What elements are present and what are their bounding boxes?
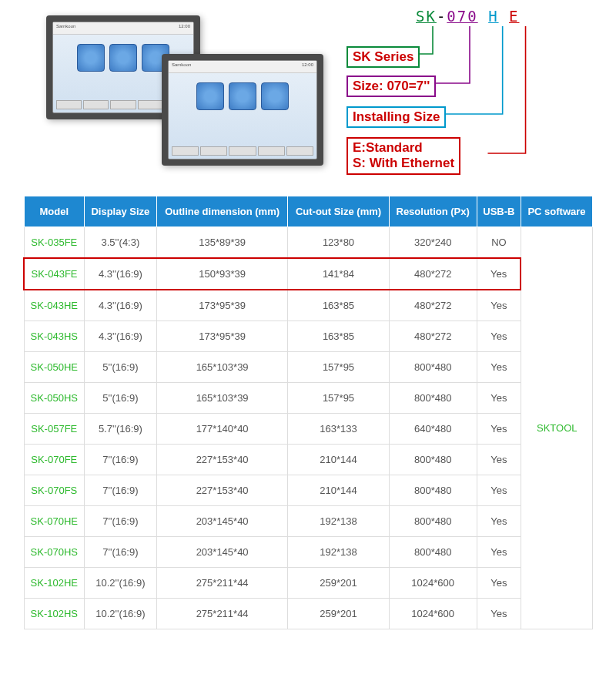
col-resolution: Resolution (Px) — [389, 196, 477, 227]
cell-model: SK-070FS — [24, 475, 85, 506]
table-row: SK-070FS7''(16:9)227*153*40210*144800*48… — [24, 475, 593, 506]
legend-variant: E:Standard S: With Ethernet — [346, 137, 460, 175]
cell-model: SK-043HE — [24, 290, 85, 321]
cell-usb: Yes — [477, 352, 521, 383]
table-row: SK-043HS4.3''(16:9)173*95*39163*85480*27… — [24, 321, 593, 352]
model-naming-diagram: SK-070 H E SK Series Size: 070=7'' Insta… — [346, 8, 593, 180]
legend-sk-series: SK Series — [346, 46, 420, 68]
cell-resolution: 640*480 — [389, 414, 477, 445]
col-display: Display Size — [85, 196, 157, 227]
legend-size: Size: 070=7'' — [346, 76, 436, 97]
cell-usb: Yes — [477, 506, 521, 537]
col-outline: Outline dimension (mm) — [156, 196, 288, 227]
cell-display: 7''(16:9) — [85, 475, 157, 506]
cell-usb: Yes — [477, 290, 521, 321]
cell-outline: 227*153*40 — [156, 445, 288, 475]
cell-display: 4.3''(16:9) — [85, 290, 157, 321]
cell-model: SK-050HE — [24, 352, 85, 383]
table-row: SK-043HE4.3''(16:9)173*95*39163*85480*27… — [24, 290, 593, 321]
cell-display: 7''(16:9) — [85, 506, 157, 537]
cell-model: SK-102HS — [24, 599, 85, 629]
table-row: SK-070HS7''(16:9)203*145*40192*138800*48… — [24, 537, 593, 568]
cell-outline: 135*89*39 — [156, 227, 288, 259]
hmi-device-image-2: Samkoon12:00 — [162, 54, 323, 166]
table-row: SK-050HE5''(16:9)165*103*39157*95800*480… — [24, 352, 593, 383]
cell-resolution: 800*480 — [389, 475, 477, 506]
cell-usb: Yes — [477, 414, 521, 445]
table-row: SK-057FE5.7''(16:9)177*140*40163*133640*… — [24, 414, 593, 445]
cell-outline: 173*95*39 — [156, 321, 288, 352]
cell-outline: 227*153*40 — [156, 475, 288, 506]
code-part-variant: E — [509, 8, 519, 25]
cell-resolution: 800*480 — [389, 537, 477, 568]
cell-display: 10.2''(16:9) — [85, 568, 157, 599]
table-row: SK-035FE3.5''(4:3)135*89*39123*80320*240… — [24, 227, 593, 259]
cell-resolution: 480*272 — [389, 290, 477, 321]
cell-usb: Yes — [477, 445, 521, 475]
cell-model: SK-070HE — [24, 506, 85, 537]
spec-table-container: Model Display Size Outline dimension (mm… — [0, 196, 616, 637]
cell-usb: Yes — [477, 475, 521, 506]
product-photo-area: Samkoon12:00 Samkoon12:00 — [23, 8, 331, 177]
table-row: SK-050HS5''(16:9)165*103*39157*95800*480… — [24, 383, 593, 414]
cell-cutout: 192*138 — [288, 506, 389, 537]
cell-model: SK-050HS — [24, 383, 85, 414]
table-header-row: Model Display Size Outline dimension (mm… — [24, 196, 593, 227]
cell-display: 3.5''(4:3) — [85, 227, 157, 259]
cell-cutout: 210*144 — [288, 445, 389, 475]
table-row: SK-102HE10.2''(16:9)275*211*44259*201102… — [24, 568, 593, 599]
cell-usb: NO — [477, 227, 521, 259]
cell-outline: 165*103*39 — [156, 383, 288, 414]
cell-usb: Yes — [477, 568, 521, 599]
cell-model: SK-057FE — [24, 414, 85, 445]
cell-display: 5''(16:9) — [85, 383, 157, 414]
cell-outline: 275*211*44 — [156, 599, 288, 629]
cell-resolution: 480*272 — [389, 258, 477, 290]
cell-usb: Yes — [477, 537, 521, 568]
cell-display: 7''(16:9) — [85, 537, 157, 568]
cell-display: 4.3''(16:9) — [85, 321, 157, 352]
cell-model: SK-035FE — [24, 227, 85, 259]
code-part-sk: SK — [416, 8, 437, 25]
cell-outline: 165*103*39 — [156, 352, 288, 383]
cell-cutout: 163*85 — [288, 290, 389, 321]
cell-cutout: 192*138 — [288, 537, 389, 568]
cell-display: 4.3''(16:9) — [85, 258, 157, 290]
cell-resolution: 320*240 — [389, 227, 477, 259]
cell-resolution: 800*480 — [389, 383, 477, 414]
cell-outline: 173*95*39 — [156, 290, 288, 321]
legend-install: Installing Size — [346, 106, 446, 128]
cell-model: SK-102HE — [24, 568, 85, 599]
cell-model: SK-043FE — [24, 258, 85, 290]
cell-resolution: 1024*600 — [389, 599, 477, 629]
cell-resolution: 800*480 — [389, 506, 477, 537]
cell-outline: 203*145*40 — [156, 506, 288, 537]
col-pcsw: PC software — [521, 196, 592, 227]
table-row: SK-102HS10.2''(16:9)275*211*44259*201102… — [24, 599, 593, 629]
cell-usb: Yes — [477, 258, 521, 290]
cell-cutout: 163*133 — [288, 414, 389, 445]
table-row: SK-070FE7''(16:9)227*153*40210*144800*48… — [24, 445, 593, 475]
cell-cutout: 157*95 — [288, 352, 389, 383]
cell-display: 10.2''(16:9) — [85, 599, 157, 629]
cell-display: 7''(16:9) — [85, 445, 157, 475]
cell-cutout: 157*95 — [288, 383, 389, 414]
cell-usb: Yes — [477, 321, 521, 352]
cell-outline: 275*211*44 — [156, 568, 288, 599]
cell-display: 5''(16:9) — [85, 352, 157, 383]
cell-cutout: 163*85 — [288, 321, 389, 352]
cell-model: SK-070HS — [24, 537, 85, 568]
cell-model: SK-070FE — [24, 445, 85, 475]
top-section: Samkoon12:00 Samkoon12:00 SK-070 H E — [0, 0, 616, 196]
cell-resolution: 800*480 — [389, 352, 477, 383]
code-part-install: H — [488, 8, 498, 25]
cell-outline: 177*140*40 — [156, 414, 288, 445]
col-usb: USB-B — [477, 196, 521, 227]
cell-model: SK-043HS — [24, 321, 85, 352]
table-row: SK-070HE7''(16:9)203*145*40192*138800*48… — [24, 506, 593, 537]
cell-pc-software: SKTOOL — [521, 227, 592, 629]
cell-cutout: 259*201 — [288, 568, 389, 599]
cell-resolution: 800*480 — [389, 445, 477, 475]
cell-cutout: 259*201 — [288, 599, 389, 629]
cell-resolution: 480*272 — [389, 321, 477, 352]
